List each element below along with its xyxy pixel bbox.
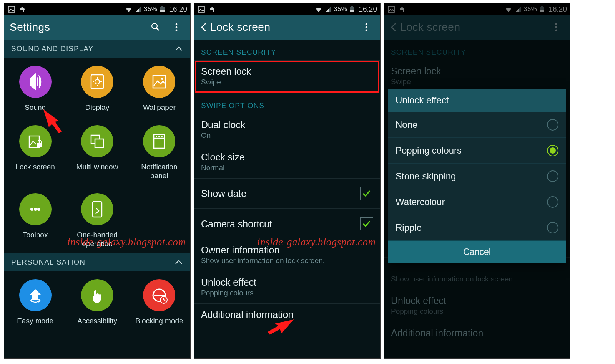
option-label: Stone skipping: [396, 171, 547, 182]
option-popping-colours[interactable]: Popping colours: [388, 138, 566, 164]
page-title: Settings: [10, 21, 148, 33]
page-title: Lock screen: [210, 21, 359, 33]
category-personalisation[interactable]: PERSONALISATION: [4, 253, 190, 271]
checkbox-checked[interactable]: [360, 187, 373, 200]
settings-item-label: Lock screen: [15, 163, 55, 172]
overflow-menu[interactable]: [169, 19, 185, 35]
overflow-menu[interactable]: [359, 19, 375, 35]
settings-item-lock[interactable]: Lock screen: [4, 125, 66, 180]
settings-item-label: Easy mode: [17, 317, 53, 326]
settings-grid-1: SoundDisplayWallpaperLock screenMulti wi…: [4, 58, 190, 253]
option-label: None: [396, 119, 547, 130]
option-stone-skipping[interactable]: Stone skipping: [388, 164, 566, 189]
category-label: PERSONALISATION: [11, 258, 85, 266]
row-title: Owner information: [201, 245, 373, 256]
settings-item-label: Multi window: [76, 163, 118, 172]
row-subtitle: Popping colours: [201, 289, 373, 297]
category-label: SOUND AND DISPLAY: [11, 45, 93, 53]
radio-icon[interactable]: [547, 222, 558, 233]
row-camera-shortcut[interactable]: Camera shortcut: [194, 209, 380, 239]
row-screen-lock[interactable]: Screen lock Swipe: [194, 60, 380, 93]
row-subtitle: Normal: [201, 164, 373, 172]
row-owner-info[interactable]: Owner information Show user information …: [194, 239, 380, 271]
wallpaper-icon: [143, 66, 175, 98]
block-icon: [143, 279, 175, 311]
signal-icon: [324, 5, 332, 13]
settings-item-label: Blocking mode: [135, 317, 183, 326]
clock: 16:20: [359, 5, 377, 13]
settings-item-easy[interactable]: Easy mode: [4, 279, 66, 326]
settings-item-toolbox[interactable]: Toolbox: [4, 193, 66, 248]
row-clock-size[interactable]: Clock size Normal: [194, 146, 380, 179]
settings-item-onehand[interactable]: One-handed operation: [66, 193, 128, 248]
chevron-up-icon: [174, 44, 183, 53]
row-unlock-effect[interactable]: Unlock effect Popping colours: [194, 271, 380, 304]
battery-percent: 35%: [334, 5, 347, 13]
multiwindow-icon: [81, 125, 113, 157]
easy-icon: [19, 279, 52, 311]
speaker-icon: [19, 66, 52, 98]
option-ripple[interactable]: Ripple: [388, 215, 566, 240]
radio-icon[interactable]: [547, 170, 558, 182]
battery-icon: [159, 5, 166, 13]
settings-item-display[interactable]: Display: [66, 66, 128, 112]
signal-icon: [135, 5, 142, 13]
settings-item-label: Sound: [25, 103, 46, 112]
row-additional-info[interactable]: Additional information: [194, 304, 380, 326]
settings-item-wallpaper[interactable]: Wallpaper: [128, 66, 190, 112]
gallery-icon: [197, 5, 206, 13]
category-sound-display[interactable]: SOUND AND DISPLAY: [4, 40, 190, 58]
section-swipe-options: SWIPE OPTIONS: [194, 93, 380, 114]
search-button[interactable]: [148, 19, 164, 35]
settings-item-hand[interactable]: Accessibility: [66, 279, 128, 326]
row-title: Unlock effect: [201, 277, 373, 288]
radio-icon[interactable]: [547, 119, 558, 131]
row-title: Dual clock: [201, 119, 373, 131]
hand-icon: [81, 279, 113, 311]
settings-item-block[interactable]: Blocking mode: [128, 279, 190, 326]
checkbox-checked[interactable]: [360, 217, 373, 230]
panel-icon: [143, 125, 175, 157]
dialog-unlock-effect: Unlock effect NonePopping coloursStone s…: [388, 89, 566, 263]
radio-selected-icon[interactable]: [547, 145, 558, 156]
settings-item-label: Accessibility: [77, 317, 117, 326]
row-show-date[interactable]: Show date: [194, 179, 380, 209]
row-dual-clock[interactable]: Dual clock On: [194, 114, 380, 146]
settings-item-label: Display: [85, 103, 109, 112]
cancel-button[interactable]: Cancel: [388, 240, 566, 263]
clock: 16:20: [169, 5, 187, 13]
option-label: Popping colours: [396, 145, 547, 156]
gallery-icon: [7, 5, 16, 13]
settings-item-panel[interactable]: Notification panel: [128, 125, 190, 180]
settings-item-speaker[interactable]: Sound: [4, 66, 66, 112]
lock-icon: [19, 125, 52, 157]
onehand-icon: [81, 193, 113, 225]
row-title: Additional information: [201, 309, 373, 320]
display-icon: [81, 66, 113, 98]
battery-percent: 35%: [144, 5, 158, 13]
radio-icon[interactable]: [547, 196, 558, 208]
settings-item-label: Toolbox: [23, 231, 48, 240]
status-bar: 35% 16:20: [4, 3, 190, 15]
settings-item-label: Wallpaper: [143, 103, 176, 112]
row-title: Clock size: [201, 152, 373, 163]
dialog-title: Unlock effect: [388, 89, 566, 112]
settings-item-multiwindow[interactable]: Multi window: [66, 125, 128, 180]
option-watercolour[interactable]: Watercolour: [388, 189, 566, 215]
option-label: Ripple: [396, 222, 547, 233]
settings-item-label: Notification panel: [141, 163, 177, 180]
settings-grid-2: Easy modeAccessibilityBlocking mode: [4, 271, 190, 330]
row-subtitle: Show user information on lock screen.: [201, 256, 373, 265]
row-title: Camera shortcut: [201, 218, 360, 230]
wifi-icon: [125, 5, 133, 13]
section-screen-security: SCREEN SECURITY: [194, 40, 380, 60]
option-label: Watercolour: [396, 197, 547, 207]
status-bar: 35% 16:20: [194, 3, 380, 15]
divider: [166, 20, 166, 34]
option-none[interactable]: None: [388, 112, 566, 138]
back-button[interactable]: [199, 22, 208, 33]
row-title: Screen lock: [201, 66, 373, 77]
chevron-up-icon: [174, 258, 183, 267]
screen-settings: 35% 16:20 Settings SOUND AND DISPLAY Sou…: [4, 3, 191, 359]
screen-unlock-dialog: 35% 16:20 Lock screen SCREEN SECURITY Sc…: [384, 3, 570, 359]
